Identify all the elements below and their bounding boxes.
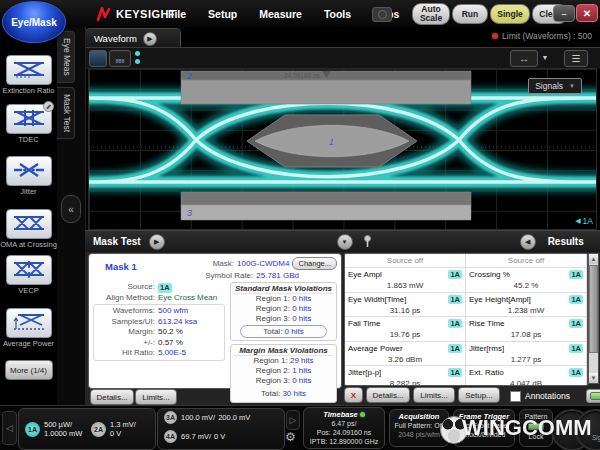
eye-diagram-plot[interactable]: 2 24.09160 ns 1 3 Signals ▼ ◀ 1A [88,68,597,230]
channel-1a-badge[interactable]: 1A [25,422,40,437]
channel-panel-1a-2a[interactable]: 1A 500 µW/1.0000 mW 2A 1.3 mV/0 V [18,408,156,450]
counter-display-icon[interactable]: 888 [109,50,131,67]
scroll-up-icon[interactable]: ▲ [589,254,598,264]
limit-led-icon [492,33,498,39]
minimize-button[interactable]: – [553,5,575,22]
waveform-toolbar: 888 ↔ ▼ ☰ [85,47,600,69]
source-1a-badge[interactable]: 1A [158,283,172,293]
results-limits-button[interactable]: Limits... [413,387,455,403]
standard-mask-violations: Standard Mask Violations Region 1: 0 hit… [230,282,337,341]
single-button[interactable]: Single [490,4,530,24]
sidebar-item-tdec[interactable]: TDEC [0,104,57,145]
timebase-panel[interactable]: Timebase 6.47 ps/ Pos: 24.09160 ns IPTB:… [303,407,385,449]
channel-panel-3a-4a[interactable]: 3A 100.0 mV/200.0 mV 4A 69.7 mV/0 V [157,408,285,450]
sidebar-item-oma-at-crossing[interactable]: OMA at Crossing [0,209,57,250]
result-rise-time[interactable]: Rise Time1A 17.08 ps [466,317,587,341]
menu-setup[interactable]: Setup [208,8,237,20]
source-header[interactable]: Source off [466,254,587,267]
timebase-marker-text: 24.09160 ns [284,72,321,79]
display-mode-icon[interactable] [89,50,107,67]
channel-4a-badge[interactable]: 4A [164,430,177,443]
tab-eye-meas[interactable]: Eye Meas [57,31,75,83]
scroll-channels-right-icon[interactable]: ▷ [286,410,300,430]
change-mask-button[interactable]: Change... [292,257,337,270]
channel-3a-badge[interactable]: 3A [164,411,177,424]
limit-indicator: Limit (Waveforms) : 500 [492,31,592,41]
tab-mask-test[interactable]: Mask Test [57,87,75,139]
sidebar-item-jitter[interactable]: Jitter [0,156,57,197]
pin-icon[interactable] [363,235,372,248]
tab-waveform[interactable]: Waveform ▶ [85,28,181,48]
mask-test-header: Mask Test ▶ ▾ ◀ Results [85,231,600,252]
menu-hamburger-icon[interactable]: ☰ [564,50,588,67]
auto-scale-button[interactable]: Auto Scale [412,3,450,25]
results-details-button[interactable]: Details... [366,387,410,403]
channel-1a[interactable]: 1A 500 µW/1.0000 mW [25,420,82,438]
tab-play-icon[interactable]: ▶ [143,32,157,46]
sidebar-item-vecp[interactable]: VECP [0,255,57,296]
expand-dropdown-icon[interactable]: ▼ [540,50,550,65]
channel-2a[interactable]: 2A 1.3 mV/0 V [91,420,136,438]
mask-value: 100G-CWDM4 [237,259,289,268]
result-eye-ampl[interactable]: Eye Ampl1A 1.863 mW [345,268,466,292]
mask-name: Mask 1 [93,257,175,280]
channel-dot-icon [135,59,140,64]
triangle-left-icon: ◀ [575,217,580,225]
oma-at-crossing-icon [6,209,52,239]
annotations-checkbox[interactable] [510,391,521,402]
sidebar-item-label: Jitter [0,188,57,197]
channel-2a-badge[interactable]: 2A [91,422,106,437]
results-scrollbar[interactable]: ▲ ▼ [588,253,599,384]
mask-test-title: Mask Test [93,236,141,247]
result-jitter-rms[interactable]: Jitter[rms]1A 1.277 ps [466,342,587,366]
gear-icon[interactable]: ⚙ [285,430,296,444]
scroll-channels-left-icon[interactable]: ◁ [2,411,17,445]
run-button[interactable]: Run [452,4,488,24]
menu-file[interactable]: File [168,8,186,20]
average-power-icon [6,308,52,338]
collapse-sidebar-button[interactable]: « [61,195,81,223]
channel-badge: 1A [448,344,462,353]
channel-3a[interactable]: 3A 100.0 mV/200.0 mV [164,411,250,424]
result-eye-width[interactable]: Eye Width[Time]1A 31.16 ps [345,293,466,317]
source-header[interactable]: Source off [345,254,466,267]
sidebar-item-average-power[interactable]: Average Power [0,308,57,349]
mask-region-bottom[interactable]: 3 [181,192,471,220]
channel-4a[interactable]: 4A 69.7 mV/0 V [164,430,225,443]
mask-region-center[interactable]: 1 [247,115,417,167]
results-back-icon[interactable]: ◀ [520,234,536,250]
results-column-headers: Source off Source off [345,254,587,268]
screenshot-camera-icon[interactable] [372,7,392,22]
channel-badge: 1A [569,295,583,304]
result-average-power[interactable]: Average Power1A 3.26 dBm [345,342,466,366]
annotation-color-button[interactable] [586,389,600,403]
result-crossing-pct[interactable]: Crossing %1A 45.2 % [466,268,587,292]
channel-badge: 1A [569,344,583,353]
sidebar-item-extinction-ratio[interactable]: Extinction Ratio [0,55,57,96]
menu-tools[interactable]: Tools [324,8,351,20]
mask-details-button[interactable]: Details... [90,389,134,405]
scroll-down-icon[interactable]: ▼ [589,373,598,383]
scrollbar-thumb[interactable] [589,265,598,353]
field-hit-ratio: Hit Ratio: 5.00E-5 [96,348,222,359]
more-measurements-button[interactable]: More (1/4) [5,360,53,380]
result-ext-ratio[interactable]: Ext. Ratio1A 4.047 dB [466,366,587,386]
results-setup-button[interactable]: Setup... [458,387,500,403]
signals-dropdown[interactable]: Signals ▼ [528,78,582,94]
close-button[interactable]: ✕ [576,4,598,22]
channel-badge: 1A [569,270,583,279]
menu-measure[interactable]: Measure [259,8,302,20]
mode-eye-mask-button[interactable]: Eye/Mask [2,1,66,43]
delete-measurement-button[interactable]: X [344,387,363,403]
panel-collapse-chevron-icon[interactable]: ▾ [337,234,353,250]
result-fall-time[interactable]: Fall Time1A 19.76 ps [345,317,466,341]
result-eye-height[interactable]: Eye Height[Ampl]1A 1.238 mW [466,293,587,317]
mask-region-top[interactable]: 2 24.09160 ns [181,71,471,104]
channel-badge: 1A [448,295,462,304]
field-samples-ui: Samples/UI: 613.24 ksa [96,317,222,328]
mask-test-play-icon[interactable]: ▶ [149,234,165,250]
result-jitter-pp[interactable]: Jitter[p-p]1A 8.282 ps [345,366,466,386]
mask-limits-button[interactable]: Limits... [135,389,177,405]
horizontal-expand-icon[interactable]: ↔ [510,50,538,67]
wrench-badge-icon [43,101,54,112]
